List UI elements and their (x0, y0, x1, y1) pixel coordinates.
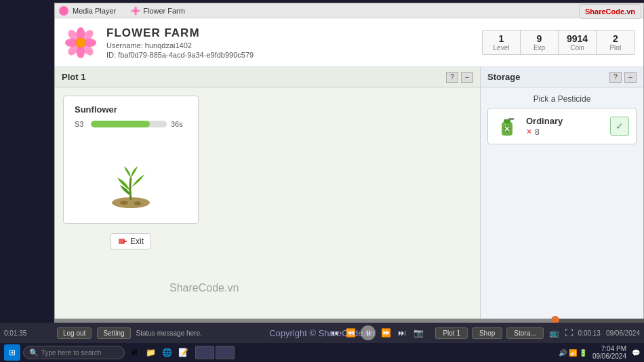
pick-pesticide-label: Pick a Pesticide (481, 87, 643, 108)
timestamp-right: 0:00:13 (578, 329, 601, 337)
bottom-right: 📺 ⛶ 0:00:13 09/06/2024 (549, 328, 640, 338)
shop-nav-button[interactable]: Shop (472, 327, 502, 339)
plant-card: Sunflower S3 36s (63, 96, 199, 224)
plot-minus-button[interactable]: – (461, 72, 473, 83)
storage-question-button[interactable]: ? (609, 72, 622, 83)
thumb-1[interactable] (195, 346, 214, 359)
pesticide-count-row: ✕ 8 (526, 127, 603, 137)
title-bar-text2: Flower Farm (143, 7, 185, 15)
notification-icon[interactable]: 💬 (632, 349, 640, 357)
skip-back-icon[interactable]: ⏮ (328, 327, 340, 339)
storage-title: Storage (487, 72, 520, 82)
plot-panel-header: Plot 1 ? – (55, 67, 480, 87)
setting-button[interactable]: Setting (97, 327, 130, 339)
svg-rect-22 (508, 118, 514, 120)
tray-time: 7:04 PM 09/06/2024 (592, 345, 626, 360)
skip-forward-icon[interactable]: ⏭ (396, 327, 408, 339)
media-controls: ⏮ ⏪ ⏸ ⏩ ⏭ 📷 (328, 325, 424, 340)
svg-point-3 (132, 9, 135, 12)
app-info: FLOWER FARM Username: hunqdzai1402 ID: f… (106, 26, 474, 59)
plot-question-button[interactable]: ? (446, 72, 458, 83)
media-player-icon (59, 6, 68, 16)
plant-svg (104, 147, 158, 208)
logout-button[interactable]: Log out (57, 327, 92, 339)
exp-label: Exp (525, 44, 554, 52)
fullscreen-icon[interactable]: ⛶ (565, 328, 573, 338)
svg-point-14 (76, 38, 85, 47)
nav-buttons: Plot 1 Shop Stora... (435, 327, 543, 339)
title-bar-text1: Media Player (73, 7, 116, 15)
storage-actions: ? – (609, 72, 637, 83)
plant-image (97, 140, 165, 208)
pesticide-count-value: 8 (535, 127, 540, 137)
exit-icon (118, 237, 127, 246)
plant-name: Sunflower (75, 104, 117, 115)
plot-value: 2 (601, 33, 630, 44)
exp-value: 9 (525, 33, 554, 44)
taskbar-icon-3[interactable]: 🌐 (160, 346, 174, 359)
progress-bar-background (91, 121, 167, 127)
storage-minus-button[interactable]: – (624, 72, 637, 83)
svg-point-16 (120, 201, 128, 205)
coin-value: 9914 (563, 33, 592, 44)
system-tray: 🔊 📶 🔋 (559, 349, 587, 357)
pesticide-info: Ordinary ✕ 8 (526, 116, 603, 137)
stat-plot: 2 Plot (597, 31, 635, 54)
main-body: Plot 1 ? – Sunflower S3 36s (55, 67, 643, 326)
svg-point-2 (134, 12, 137, 15)
screenshot-icon[interactable]: 📷 (412, 327, 424, 339)
pesticide-icon (495, 114, 519, 138)
step-forward-icon[interactable]: ⏩ (380, 327, 392, 339)
thumb-2[interactable] (216, 346, 235, 359)
taskbar-search[interactable]: 🔍 Type here to search (23, 346, 125, 359)
plot-label: Plot (601, 44, 630, 52)
progress-row: S3 36s (75, 120, 187, 128)
flower-title-icon (131, 6, 140, 16)
progress-time: 36s (171, 120, 187, 128)
taskbar-icons: 🖥 📁 🌐 📝 (127, 346, 190, 359)
taskbar-icon-1[interactable]: 🖥 (127, 346, 141, 359)
level-label: Level (487, 44, 516, 52)
screen-icon[interactable]: 📺 (549, 328, 559, 338)
pause-button[interactable]: ⏸ (361, 325, 376, 340)
app-title: FLOWER FARM (106, 26, 474, 40)
id-label: ID: fbaf0d79-885a-4acd-9a34-e9fdb990c579 (106, 51, 474, 59)
pesticide-list: Ordinary ✕ 8 ✓ (481, 108, 643, 144)
start-button[interactable]: ⊞ (4, 344, 20, 361)
stat-level: 1 Level (483, 31, 521, 54)
level-value: 1 (487, 33, 516, 44)
timestamp-left: 0:01:35 (4, 329, 52, 337)
app-header: FLOWER FARM Username: hunqdzai1402 ID: f… (55, 18, 643, 67)
svg-point-4 (137, 9, 140, 12)
exit-button[interactable]: Exit (110, 233, 151, 249)
app-window: Media Player Flower Farm – □ ✕ (54, 3, 644, 327)
stat-coin: 9914 Coin (559, 31, 597, 54)
plot-nav-button[interactable]: Plot 1 (435, 327, 468, 339)
pesticide-name: Ordinary (526, 116, 603, 126)
select-pesticide-button[interactable]: ✓ (610, 117, 629, 136)
progress-stage-label: S3 (75, 120, 87, 128)
title-bar: Media Player Flower Farm – □ ✕ (55, 3, 643, 18)
search-placeholder: Type here to search (41, 349, 101, 357)
tray-clock: 7:04 PM (592, 345, 626, 353)
svg-point-1 (134, 6, 137, 9)
app-thumbnails (195, 346, 235, 359)
title-bar-left: Media Player Flower Farm (59, 6, 185, 16)
plot-content: Sunflower S3 36s (55, 87, 480, 326)
taskbar-icon-4[interactable]: 📝 (176, 346, 190, 359)
media-bar: 0:01:35 Log out Setting Status message h… (0, 323, 644, 343)
coin-label: Coin (563, 44, 592, 52)
x-icon: ✕ (526, 127, 532, 136)
username-label: Username: hunqdzai1402 (106, 41, 474, 49)
tray-date: 09/06/2024 (592, 353, 626, 360)
date-display: 09/06/2024 (606, 329, 640, 337)
storage-nav-button[interactable]: Stora... (506, 327, 543, 339)
taskbar-icon-2[interactable]: 📁 (144, 346, 157, 359)
plot-title: Plot 1 (62, 72, 85, 82)
exit-label: Exit (130, 237, 144, 246)
step-back-icon[interactable]: ⏪ (344, 327, 357, 339)
sc-logo-badge: ShareCode.vn (579, 4, 641, 19)
flower-logo (63, 25, 98, 60)
plot-actions: ? – (446, 72, 473, 83)
progress-bar-fill (91, 121, 150, 127)
